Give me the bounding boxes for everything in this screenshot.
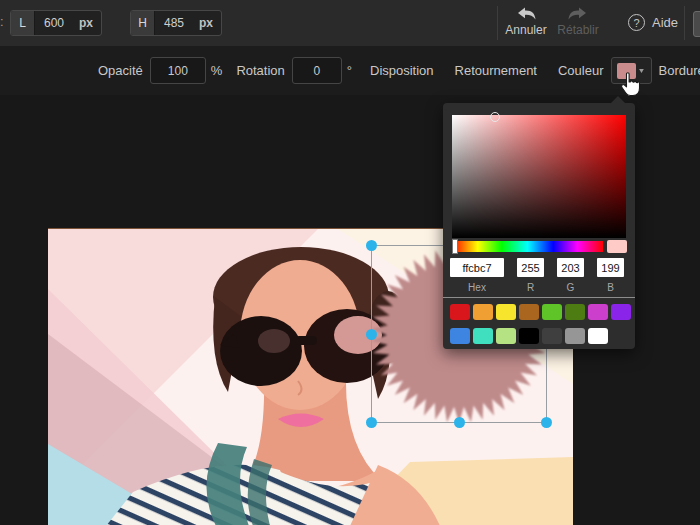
color-preset-swatch[interactable]: [496, 304, 516, 320]
color-preset-swatch[interactable]: [496, 328, 516, 344]
gradient-cursor-icon[interactable]: [490, 112, 500, 122]
color-preset-swatch[interactable]: [542, 304, 562, 320]
panel-notch: [610, 96, 626, 104]
selection-handle-middle-left[interactable]: [366, 329, 377, 340]
color-preset-swatch[interactable]: [450, 328, 470, 344]
hex-label: Hex: [450, 282, 504, 293]
panel-divider: [443, 297, 635, 298]
undo-button[interactable]: Annuler: [502, 6, 550, 37]
color-preset-swatch[interactable]: [542, 328, 562, 344]
truncated-label-fragment: :: [0, 14, 4, 29]
selection-handle-bottom-left[interactable]: [366, 417, 377, 428]
opacity-input[interactable]: [150, 57, 206, 84]
redo-arrow-icon: [566, 6, 590, 22]
color-preset-swatch[interactable]: [611, 304, 631, 320]
color-preset-swatch[interactable]: [473, 328, 493, 344]
cropped-control-fragment: [693, 11, 700, 37]
border-color-label: Bordure: [659, 63, 700, 78]
height-input[interactable]: [155, 11, 199, 35]
width-unit-label: px: [79, 11, 101, 35]
color-preset-swatch[interactable]: [519, 328, 539, 344]
color-preset-swatch[interactable]: [565, 304, 585, 320]
width-field-label: L: [11, 11, 35, 35]
toolbar-divider: [684, 6, 685, 40]
redo-label: Rétablir: [557, 23, 598, 37]
red-label: R: [517, 282, 544, 293]
selection-handle-bottom-right[interactable]: [541, 417, 552, 428]
fill-color-label: Couleur: [558, 63, 604, 78]
fill-color-swatch: [617, 63, 636, 79]
chevron-down-icon: ▼: [638, 67, 646, 75]
object-properties-toolbar: Opacité % Rotation ° Disposition Retourn…: [0, 46, 700, 95]
canvas-height-field-group: H px: [130, 10, 222, 36]
hue-slider-thumb[interactable]: [452, 239, 458, 254]
green-input[interactable]: [557, 258, 584, 277]
help-button[interactable]: ? Aide: [628, 14, 678, 31]
toolbar-divider: [497, 6, 498, 40]
fill-color-dropdown[interactable]: ▼: [611, 57, 652, 84]
color-presets-row-2: [450, 328, 631, 344]
width-input[interactable]: [35, 11, 79, 35]
undo-label: Annuler: [505, 23, 546, 37]
color-preset-swatch[interactable]: [473, 304, 493, 320]
color-preset-swatch[interactable]: [450, 304, 470, 320]
height-unit-label: px: [199, 11, 221, 35]
rotation-input[interactable]: [292, 57, 342, 84]
saturation-value-gradient[interactable]: [452, 115, 626, 238]
color-preset-swatch[interactable]: [588, 304, 608, 320]
rotation-label: Rotation: [236, 63, 284, 78]
top-bar: : L px H px Annuler Rétablir ? Aide: [0, 0, 700, 46]
blue-input[interactable]: [597, 258, 624, 277]
color-presets-row-1: [450, 304, 631, 320]
redo-button[interactable]: Rétablir: [554, 6, 602, 37]
green-label: G: [557, 282, 584, 293]
opacity-unit-label: %: [211, 63, 223, 78]
color-preset-swatch[interactable]: [588, 328, 608, 344]
opacity-label: Opacité: [98, 63, 143, 78]
canvas-width-field-group: L px: [10, 10, 102, 36]
color-preset-swatch[interactable]: [565, 328, 585, 344]
help-label: Aide: [652, 15, 678, 30]
current-color-swatch: [607, 240, 627, 253]
color-preset-swatch[interactable]: [519, 304, 539, 320]
hex-input[interactable]: [450, 258, 504, 277]
hue-slider[interactable]: [452, 241, 603, 252]
color-picker-panel: Hex R G B: [443, 103, 635, 349]
flip-menu-item[interactable]: Retournement: [455, 63, 537, 78]
selection-handle-bottom-center[interactable]: [454, 417, 465, 428]
red-input[interactable]: [517, 258, 544, 277]
disposition-menu-item[interactable]: Disposition: [370, 63, 434, 78]
rotation-unit-label: °: [347, 63, 352, 78]
selection-handle-top-left[interactable]: [366, 240, 377, 251]
height-field-label: H: [131, 11, 155, 35]
undo-arrow-icon: [514, 6, 538, 22]
blue-label: B: [597, 282, 624, 293]
question-circle-icon: ?: [628, 14, 645, 31]
